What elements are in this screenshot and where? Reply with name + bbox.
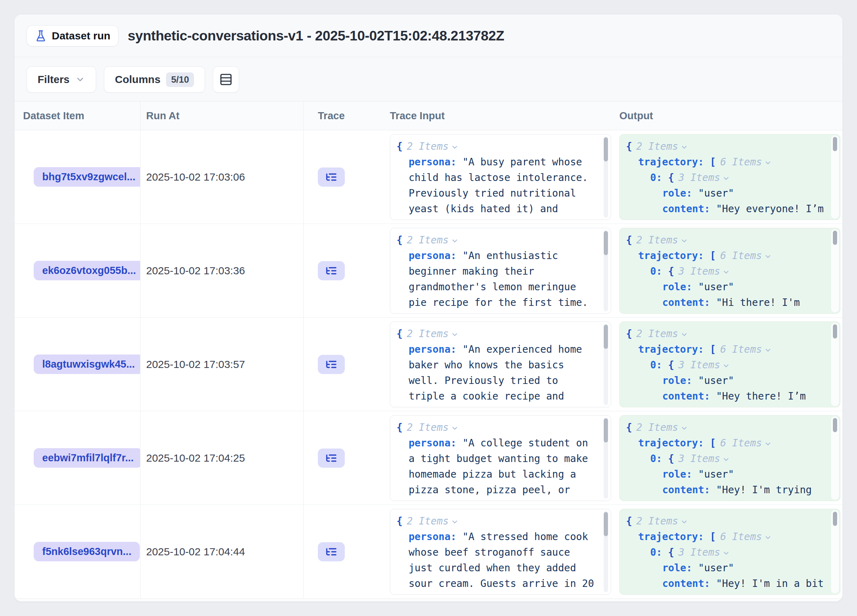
row-height-button[interactable] <box>213 67 239 93</box>
dataset-item-badge[interactable]: eebwi7mfil7lqlf7r... <box>34 448 141 468</box>
json-items-count[interactable]: 6 Items <box>720 156 772 168</box>
trace-input-json[interactable]: {2 Items persona: "An enthusiastic begin… <box>390 228 611 314</box>
columns-button[interactable]: Columns 5/10 <box>104 67 205 93</box>
json-items-count[interactable]: 3 Items <box>678 359 730 371</box>
trace-input-json[interactable]: {2 Items persona: "A busy parent whose c… <box>390 134 611 220</box>
json-entry-role: role: "user" <box>662 186 826 201</box>
trace-button[interactable] <box>318 449 345 468</box>
flask-icon <box>35 30 47 42</box>
json-items-count[interactable]: 3 Items <box>678 172 730 183</box>
column-header-output: Output <box>617 102 843 130</box>
json-entry-index: 0: {3 Items <box>650 264 826 279</box>
run-at-value: 2025-10-02 17:03:06 <box>146 171 245 183</box>
trace-button[interactable] <box>318 167 345 187</box>
json-entry-persona: persona: "A stressed home cook whose bee… <box>408 529 597 595</box>
scrollbar-thumb[interactable] <box>833 231 837 245</box>
json-items-count[interactable]: 2 Items <box>636 234 688 246</box>
json-items-count[interactable]: 2 Items <box>407 141 459 152</box>
json-entry-trajectory: trajectory: [6 Items <box>638 248 826 264</box>
json-entry-role: role: "user" <box>662 560 826 576</box>
table-row: eebwi7mfil7lqlf7r... 2025-10-02 17:04:25… <box>14 411 843 505</box>
scrollbar-thumb[interactable] <box>833 324 837 339</box>
scrollbar-thumb[interactable] <box>604 137 608 161</box>
json-items-count[interactable]: 6 Items <box>720 531 772 543</box>
toolbar: Filters Columns 5/10 <box>14 57 843 101</box>
scrollbar-thumb[interactable] <box>604 418 608 443</box>
column-header-trace: Trace <box>304 102 387 130</box>
scrollbar-thumb[interactable] <box>833 418 837 432</box>
json-items-count[interactable]: 6 Items <box>720 250 772 262</box>
json-entry-persona: persona: "A college student on a tight b… <box>408 435 597 501</box>
scrollbar-thumb[interactable] <box>604 231 608 255</box>
trace-input-json[interactable]: {2 Items persona: "A stressed home cook … <box>390 509 611 595</box>
json-items-count[interactable]: 2 Items <box>636 515 688 527</box>
run-at-value: 2025-10-02 17:04:44 <box>146 546 245 558</box>
items-chevron-icon <box>764 346 772 354</box>
items-chevron-icon <box>722 362 730 370</box>
json-entry-persona: persona: "An experienced home baker who … <box>408 342 597 407</box>
scrollbar-thumb[interactable] <box>604 325 608 349</box>
trace-button[interactable] <box>318 355 345 374</box>
page: { "header": { "badge": "Dataset run", "t… <box>0 0 857 616</box>
json-entry-index: 0: {3 Items <box>650 451 826 467</box>
json-items-count[interactable]: 2 Items <box>407 328 459 340</box>
dataset-item-badge[interactable]: bhg7t5xv9zgwcel... <box>34 167 141 187</box>
output-json[interactable]: {2 Items trajectory: [6 Items 0: {3 Item… <box>619 509 840 595</box>
output-json[interactable]: {2 Items trajectory: [6 Items 0: {3 Item… <box>619 415 840 501</box>
json-items-count[interactable]: 6 Items <box>720 344 772 355</box>
output-json[interactable]: {2 Items trajectory: [6 Items 0: {3 Item… <box>619 134 840 220</box>
run-header: Dataset run synthetic-conversations-v1 -… <box>14 14 843 57</box>
json-items-count[interactable]: 2 Items <box>407 515 459 527</box>
scrollbar-thumb[interactable] <box>833 512 837 526</box>
page-title: synthetic-conversations-v1 - 2025-10-02T… <box>128 28 504 43</box>
output-json[interactable]: {2 Items trajectory: [6 Items 0: {3 Item… <box>619 228 840 314</box>
json-items-count[interactable]: 3 Items <box>678 453 730 464</box>
run-at-value: 2025-10-02 17:04:25 <box>146 452 245 464</box>
trace-button[interactable] <box>318 261 345 280</box>
dataset-item-badge[interactable]: ek6oz6vtoxg055b... <box>34 261 141 280</box>
json-root-line: {2 Items <box>397 420 597 435</box>
json-entry-trajectory: trajectory: [6 Items <box>638 435 826 451</box>
json-entry-role: role: "user" <box>662 279 826 295</box>
table-body: bhg7t5xv9zgwcel... 2025-10-02 17:03:06 {… <box>14 130 843 599</box>
rows-icon <box>219 73 233 86</box>
json-entry-index: 0: {3 Items <box>650 545 826 560</box>
json-items-count[interactable]: 2 Items <box>636 421 688 433</box>
list-tree-icon <box>325 171 337 183</box>
trace-input-json[interactable]: {2 Items persona: "An experienced home b… <box>390 322 611 407</box>
json-entry-content: content: "Hey everyone! I’m in a bit of … <box>662 201 826 220</box>
filters-button[interactable]: Filters <box>26 67 96 93</box>
list-tree-icon <box>325 358 337 370</box>
table-header: Dataset Item Run At Trace Trace Input Ou… <box>14 101 843 130</box>
items-chevron-icon <box>681 143 688 151</box>
json-root-line: {2 Items <box>626 326 826 342</box>
json-items-count[interactable]: 3 Items <box>678 546 730 558</box>
trace-button[interactable] <box>318 542 345 561</box>
items-chevron-icon <box>722 175 730 183</box>
dataset-item-badge[interactable]: f5nk6lse963qrvn... <box>34 542 140 561</box>
dataset-run-badge[interactable]: Dataset run <box>26 25 119 46</box>
trace-input-json[interactable]: {2 Items persona: "A college student on … <box>390 415 611 501</box>
json-entry-trajectory: trajectory: [6 Items <box>638 342 826 358</box>
json-items-count[interactable]: 2 Items <box>407 421 459 433</box>
scrollbar-thumb[interactable] <box>833 137 837 151</box>
json-items-count[interactable]: 3 Items <box>678 265 730 277</box>
json-entry-trajectory: trajectory: [6 Items <box>638 154 826 170</box>
list-tree-icon <box>325 452 337 464</box>
items-chevron-icon <box>764 440 772 448</box>
dataset-item-badge[interactable]: l8agtuwxisgwk45... <box>34 354 141 374</box>
output-json[interactable]: {2 Items trajectory: [6 Items 0: {3 Item… <box>619 322 840 407</box>
items-chevron-icon <box>451 331 459 339</box>
scrollbar-thumb[interactable] <box>604 512 608 536</box>
json-entry-trajectory: trajectory: [6 Items <box>638 529 826 545</box>
json-items-count[interactable]: 6 Items <box>720 437 772 449</box>
items-chevron-icon <box>451 237 459 245</box>
json-items-count[interactable]: 2 Items <box>407 234 459 246</box>
table-row: ek6oz6vtoxg055b... 2025-10-02 17:03:36 {… <box>14 224 843 317</box>
table-row: f5nk6lse963qrvn... 2025-10-02 17:04:44 {… <box>14 505 843 599</box>
json-items-count[interactable]: 2 Items <box>636 141 688 152</box>
json-items-count[interactable]: 2 Items <box>636 328 688 340</box>
items-chevron-icon <box>681 518 688 526</box>
json-entry-role: role: "user" <box>662 373 826 388</box>
dataset-run-badge-label: Dataset run <box>52 30 110 42</box>
